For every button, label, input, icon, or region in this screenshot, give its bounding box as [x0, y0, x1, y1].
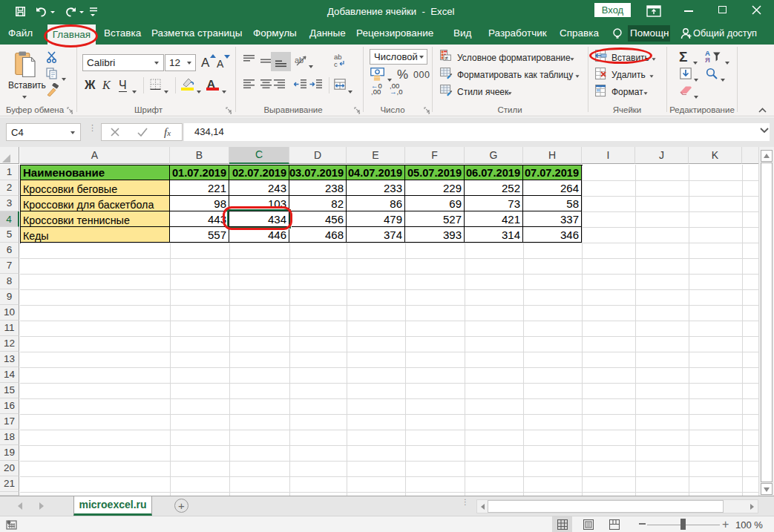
svg-text:≠: ≠ [445, 55, 449, 62]
svg-text:c: c [334, 60, 338, 68]
svg-text:Я: Я [705, 56, 710, 63]
